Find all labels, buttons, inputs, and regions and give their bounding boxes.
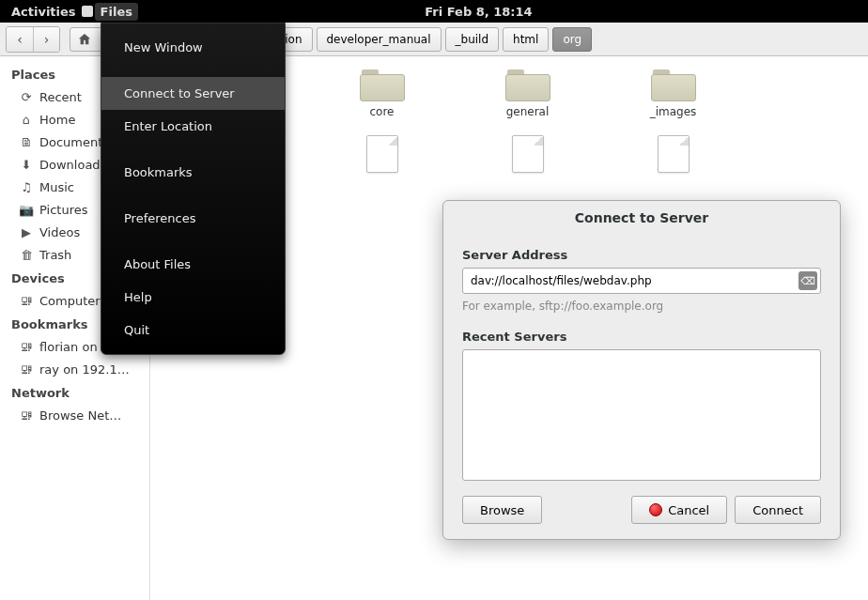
file-icon — [512, 135, 544, 173]
path-segment[interactable]: html — [503, 27, 549, 52]
stop-icon — [649, 503, 662, 516]
server-icon: 🖳 — [19, 339, 34, 354]
folder-item[interactable]: core — [309, 69, 455, 135]
folder-icon — [651, 69, 696, 101]
nav-buttons: ‹ › — [6, 26, 60, 53]
clear-input-icon[interactable]: ⌫ — [798, 271, 817, 290]
cancel-button[interactable]: Cancel — [631, 496, 727, 524]
recent-servers-list[interactable] — [462, 349, 821, 481]
activities-button[interactable]: Activities — [11, 5, 76, 19]
connect-button[interactable]: Connect — [735, 496, 821, 524]
network-icon: 🖳 — [19, 408, 34, 423]
sidebar-item-bookmark[interactable]: 🖳ray on 192.1… — [0, 358, 149, 380]
menu-preferences[interactable]: Preferences — [101, 202, 285, 235]
folder-icon — [360, 69, 405, 101]
server-address-hint: For example, sftp://foo.example.org — [462, 300, 821, 313]
menu-connect-to-server[interactable]: Connect to Server — [101, 77, 285, 110]
clock[interactable]: Fri Feb 8, 18:14 — [425, 5, 532, 19]
connect-to-server-dialog: Connect to Server Server Address ⌫ For e… — [442, 200, 841, 540]
home-icon: ⌂ — [19, 112, 34, 127]
trash-icon: 🗑 — [19, 247, 34, 262]
menu-new-window[interactable]: New Window — [101, 31, 285, 64]
sidebar-heading-network: Network — [0, 380, 149, 404]
pictures-icon: 📷 — [19, 202, 34, 217]
menu-enter-location[interactable]: Enter Location — [101, 110, 285, 143]
forward-button[interactable]: › — [33, 27, 59, 52]
file-item[interactable] — [600, 135, 746, 201]
folder-item[interactable]: general — [455, 69, 600, 135]
menu-quit[interactable]: Quit — [101, 314, 285, 346]
recent-servers-label: Recent Servers — [462, 330, 821, 344]
sidebar-item-browse-network[interactable]: 🖳Browse Net… — [0, 404, 149, 426]
menu-about[interactable]: About Files — [101, 248, 285, 281]
menu-help[interactable]: Help — [101, 281, 285, 314]
path-segment-current[interactable]: org — [552, 27, 592, 52]
dialog-title: Connect to Server — [443, 201, 840, 235]
folder-icon — [505, 69, 550, 101]
computer-icon: 🖳 — [19, 293, 34, 308]
server-address-input[interactable] — [462, 268, 821, 294]
file-icon — [366, 135, 398, 173]
file-icon — [658, 135, 690, 173]
browse-button[interactable]: Browse — [462, 496, 542, 524]
back-button[interactable]: ‹ — [7, 27, 33, 52]
folder-item[interactable]: _images — [600, 69, 746, 135]
music-icon: ♫ — [19, 179, 34, 194]
downloads-icon: ⬇ — [19, 157, 34, 172]
file-item[interactable] — [455, 135, 600, 201]
videos-icon: ▶ — [19, 224, 34, 239]
app-menu: New Window Connect to Server Enter Locat… — [101, 23, 286, 355]
path-segment[interactable]: developer_manual — [317, 27, 442, 52]
menu-bookmarks[interactable]: Bookmarks — [101, 156, 285, 189]
documents-icon: 🗎 — [19, 134, 34, 149]
path-segment[interactable]: _build — [445, 27, 500, 52]
server-icon: 🖳 — [19, 362, 34, 377]
home-icon — [78, 33, 91, 46]
recent-icon: ⟳ — [19, 89, 34, 104]
server-address-label: Server Address — [462, 248, 821, 262]
file-item[interactable] — [309, 135, 455, 201]
